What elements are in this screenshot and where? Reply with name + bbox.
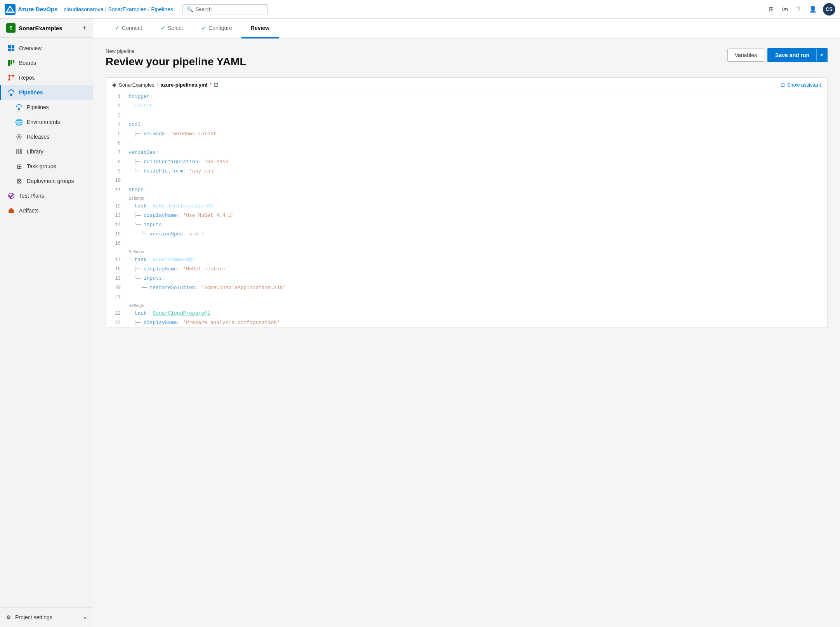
sidebar-item-label: Library [27, 148, 43, 155]
sidebar-item-overview[interactable]: Overview [0, 41, 93, 56]
code-line-23: 23 ├─ displayName: 'Prepare analysis con… [106, 318, 827, 327]
help-icon[interactable]: ? [795, 5, 803, 13]
svg-rect-3 [8, 45, 11, 48]
settings-label-2: Settings [106, 248, 827, 255]
code-line-2: 2 – master [106, 101, 827, 111]
wizard-step-select[interactable]: ✓ Select [151, 19, 192, 38]
wizard-bar: ✓ Connect ✓ Select ✓ Configure Review [93, 19, 840, 39]
dropdown-arrow-icon: ▾ [821, 52, 823, 58]
show-assistant-button[interactable]: ⊡ Show assistant [781, 82, 821, 88]
sidebar-item-repos[interactable]: Repos [0, 70, 93, 85]
configure-check-icon: ✓ [201, 25, 206, 31]
repo-name: SonarExamples [119, 82, 154, 88]
sidebar-item-environments[interactable]: 🌐 Environments [0, 115, 93, 129]
sidebar-item-boards[interactable]: Boards [0, 56, 93, 70]
code-line-22: 22 – task: SonarCloudPrepare@1 [106, 309, 827, 318]
sidebar-item-test-plans[interactable]: Test Plans [0, 188, 93, 203]
svg-rect-8 [10, 60, 12, 64]
sidebar-item-library[interactable]: Library [0, 144, 93, 159]
code-line-18: 18 ├─ displayName: 'NuGet restore' [106, 265, 827, 274]
page-title: Review your pipeline YAML [106, 56, 246, 68]
svg-rect-6 [12, 49, 14, 51]
breadcrumb-section[interactable]: Pipelines [151, 6, 173, 12]
save-and-run-button[interactable]: Save and run [768, 49, 816, 61]
app-logo[interactable]: Azure DevOps [5, 4, 58, 15]
collapse-icon[interactable]: « [84, 615, 87, 620]
app-name: Azure DevOps [18, 6, 58, 12]
pipeline-actions: Variables Save and run ▾ [727, 48, 828, 62]
sidebar-project: S SonarExamples + [0, 19, 93, 38]
sidebar-item-artifacts[interactable]: Artifacts [0, 203, 93, 218]
sidebar-item-label: Deployment groups [27, 178, 74, 184]
user-avatar[interactable]: CS [823, 3, 835, 16]
svg-rect-19 [18, 149, 19, 154]
code-line-17: 17 – task: NuGetCommand@2 [106, 255, 827, 265]
overview-icon [7, 44, 15, 52]
pipelines-sub-icon [15, 103, 23, 111]
sidebar-item-label: Test Plans [19, 193, 44, 199]
sonarcloud-link[interactable]: SonarCloudPrepare@1 [153, 310, 210, 316]
add-project-button[interactable]: + [82, 24, 87, 32]
breadcrumb-project[interactable]: SonarExamples [108, 6, 146, 12]
wizard-step-configure[interactable]: ✓ Configure [192, 19, 241, 38]
settings-label-1: Settings [106, 195, 827, 202]
sidebar-item-label: Task groups [27, 163, 56, 169]
pipeline-title-section: New pipeline Review your pipeline YAML [106, 48, 246, 68]
settings-label-3: Settings [106, 302, 827, 309]
sidebar-nav: Overview Boards Repos Pipelines [0, 38, 93, 607]
project-avatar: S [6, 23, 16, 33]
code-line-5: 5 ├─ vmImage: 'windows-latest' [106, 129, 827, 139]
project-name: S SonarExamples [6, 23, 62, 33]
sidebar-item-deployment-groups[interactable]: ⊠ Deployment groups [0, 174, 93, 188]
sidebar-item-pipelines-sub[interactable]: Pipelines [0, 100, 93, 115]
breadcrumb-org[interactable]: claudiasonarova [64, 6, 104, 12]
person-icon[interactable]: 👤 [809, 5, 817, 13]
sidebar-item-label: Pipelines [19, 89, 43, 96]
environments-icon: 🌐 [15, 118, 23, 126]
svg-point-16 [18, 108, 20, 110]
task-groups-icon: ⊞ [15, 162, 23, 170]
code-editor[interactable]: 1 trigger: 2 – master 3 4 pool: 5 [106, 92, 828, 328]
pipeline-content: New pipeline Review your pipeline YAML V… [93, 39, 840, 627]
file-bar: ◆ SonarExamples / azure-pipelines.yml * … [106, 77, 828, 92]
filename: azure-pipelines.yml [160, 82, 207, 88]
bag-icon[interactable]: 🛍 [781, 5, 789, 13]
pipeline-header: New pipeline Review your pipeline YAML V… [106, 48, 828, 68]
repo-diamond-icon: ◆ [112, 82, 116, 88]
variables-button[interactable]: Variables [727, 49, 764, 62]
test-plans-icon [7, 192, 15, 200]
svg-point-12 [12, 75, 14, 77]
svg-rect-20 [20, 149, 22, 154]
svg-rect-18 [16, 149, 17, 154]
sidebar-item-project-settings[interactable]: ⚙ Project settings « [0, 611, 93, 624]
svg-rect-9 [13, 60, 14, 63]
wizard-step-label: Configure [208, 25, 232, 31]
artifacts-icon [7, 207, 15, 214]
save-and-run-dropdown-button[interactable]: ▾ [816, 49, 827, 61]
grid-icon[interactable]: ⊞ [767, 5, 775, 13]
code-line-4: 4 pool: [106, 120, 827, 129]
sidebar-item-task-groups[interactable]: ⊞ Task groups [0, 159, 93, 174]
svg-rect-7 [8, 60, 10, 66]
search-bar[interactable]: 🔍 [182, 4, 268, 14]
deployment-groups-icon: ⊠ [15, 177, 23, 185]
save-and-run-group: Save and run ▾ [767, 48, 828, 62]
library-icon [15, 148, 23, 155]
sidebar-item-label: Pipelines [27, 104, 49, 110]
code-line-9: 9 └─ buildPlatform: 'any cpu' [106, 167, 827, 176]
file-options-icon[interactable]: ⊟ [214, 82, 219, 88]
code-line-12: 12 – task: NuGetToolInstaller@0 [106, 202, 827, 211]
code-line-13: 13 ├─ displayName: 'Use NuGet 4.4.1' [106, 211, 827, 220]
sidebar-bottom: ⚙ Project settings « [0, 607, 93, 627]
sidebar-item-releases[interactable]: Releases [0, 129, 93, 144]
releases-icon [15, 133, 23, 141]
sidebar-item-pipelines-parent[interactable]: Pipelines [0, 85, 93, 100]
wizard-step-review[interactable]: Review [241, 19, 279, 38]
topnav: Azure DevOps claudiasonarova / SonarExam… [0, 0, 840, 19]
code-line-11: 11 steps: [106, 185, 827, 195]
wizard-step-label: Connect [122, 25, 142, 31]
wizard-step-connect[interactable]: ✓ Connect [106, 19, 151, 38]
search-icon: 🔍 [187, 6, 193, 12]
topnav-icons: ⊞ 🛍 ? 👤 CS [767, 3, 835, 16]
search-input[interactable] [196, 6, 264, 12]
